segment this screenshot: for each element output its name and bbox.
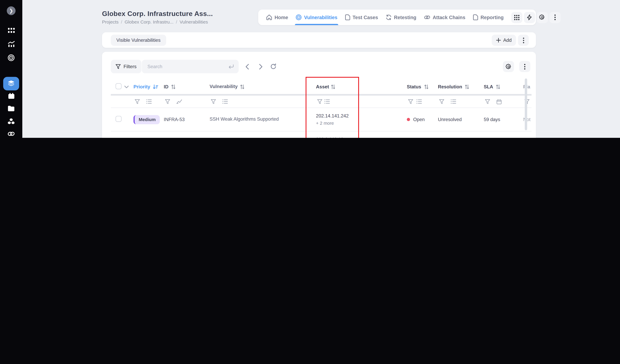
file-icon xyxy=(473,14,478,20)
sla-label: 59 days xyxy=(483,117,522,122)
column-header-resolution[interactable]: Resolution xyxy=(437,84,483,90)
table-row: Medium INFRA-50 SSL Certificate Signed U… xyxy=(111,132,531,138)
automations-button[interactable] xyxy=(524,12,535,23)
breadcrumb: Projects / Globex Corp. Infrastru... / V… xyxy=(102,19,208,24)
bullseye-icon xyxy=(8,54,15,61)
list-icon[interactable] xyxy=(146,99,152,104)
calendar-icon xyxy=(8,93,15,99)
list-icon[interactable] xyxy=(324,99,330,104)
tab-home[interactable]: Home xyxy=(266,10,288,25)
list-icon[interactable] xyxy=(416,99,422,104)
tab-attack-chains[interactable]: Attack Chains xyxy=(424,10,465,25)
sidebar-item-calendar[interactable] xyxy=(0,93,22,99)
asset-ip: 202.14.141.242 xyxy=(316,113,406,119)
sort-arrows-icon xyxy=(496,84,500,89)
vulnerability-title[interactable]: SSH Weak Algorithms Supported xyxy=(209,116,315,122)
sidebar-item-analytics[interactable] xyxy=(0,41,22,47)
apps-grid-icon xyxy=(8,28,15,33)
asset-filters xyxy=(315,99,406,104)
sidebar-item-projects-active[interactable] xyxy=(3,77,19,91)
tab-retesting-label: Retesting xyxy=(394,15,416,20)
table-settings-button[interactable] xyxy=(503,61,514,72)
search-input[interactable] xyxy=(147,63,228,70)
vulnerability-title[interactable]: SSL Certificate Signed Using Weak Hashin… xyxy=(209,137,315,138)
priority-badge: Medium xyxy=(134,115,160,124)
funnel-icon[interactable] xyxy=(485,99,490,104)
asset-cell: 202.14.141.242 + 2 more xyxy=(315,113,406,126)
tab-test-cases[interactable]: Test Cases xyxy=(345,10,378,25)
funnel-icon[interactable] xyxy=(165,99,170,104)
funnel-icon[interactable] xyxy=(135,99,140,104)
column-header-priority[interactable]: Priority xyxy=(133,84,163,90)
sort-arrows-icon xyxy=(331,84,335,89)
table-body: Medium INFRA-53 SSH Weak Algorithms Supp… xyxy=(111,108,531,138)
folder-icon xyxy=(8,106,15,112)
resolution-label: Unresolved xyxy=(437,117,483,122)
tab-retesting[interactable]: Retesting xyxy=(386,10,416,25)
sidebar-item-files[interactable] xyxy=(0,106,22,112)
sidebar-item-apps[interactable] xyxy=(0,28,22,33)
vertical-scrollbar-thumb[interactable] xyxy=(525,78,527,130)
list-icon[interactable] xyxy=(450,99,456,104)
expand-all-control[interactable] xyxy=(124,86,133,88)
settings-button[interactable] xyxy=(537,12,548,23)
column-header-status[interactable]: Status xyxy=(406,84,437,90)
table: Priority ID Vulnerability Asset Status xyxy=(111,80,531,138)
chevron-right-icon xyxy=(259,63,263,70)
file-icon xyxy=(345,14,350,20)
funnel-icon[interactable] xyxy=(317,99,322,104)
row-id: INFRA-53 xyxy=(163,117,209,122)
column-header-sla[interactable]: SLA xyxy=(483,84,522,90)
breadcrumb-projects[interactable]: Projects xyxy=(102,19,119,24)
column-label: Vulnerability xyxy=(210,84,238,90)
funnel-icon[interactable] xyxy=(408,99,413,104)
filters-button-label: Filters xyxy=(124,64,137,69)
next-page-arrow[interactable] xyxy=(256,62,265,71)
asset-ip: 203.0.149.18 xyxy=(316,136,406,138)
breadcrumb-separator: / xyxy=(121,19,122,24)
breadcrumb-project-name[interactable]: Globex Corp. Infrastru... xyxy=(124,19,173,24)
sidebar-expand-button[interactable]: ❯ xyxy=(0,6,22,15)
header-divider xyxy=(111,94,531,96)
column-header-vulnerability[interactable]: Vulnerability xyxy=(209,84,315,90)
more-menu-button[interactable] xyxy=(549,12,560,23)
nav-actions xyxy=(511,12,561,23)
analytics-icon xyxy=(8,41,15,47)
asset-more-link[interactable]: + 2 more xyxy=(316,121,406,126)
add-button[interactable]: Add xyxy=(492,35,516,46)
column-label: SLA xyxy=(484,84,493,90)
kebab-icon xyxy=(523,37,524,43)
gear-icon xyxy=(539,14,545,20)
breadcrumb-separator: / xyxy=(176,19,177,24)
sidebar-item-integrations[interactable] xyxy=(0,131,22,136)
funnel-icon[interactable] xyxy=(439,99,444,104)
column-header-asset[interactable]: Asset xyxy=(315,84,406,90)
breadcrumb-current: Vulnerabilities xyxy=(180,19,208,24)
toolbar-more-button[interactable] xyxy=(518,35,529,46)
funnel-icon[interactable] xyxy=(211,99,216,104)
trend-icon[interactable] xyxy=(176,99,182,104)
refresh-table-button[interactable] xyxy=(268,62,278,71)
sidebar-item-modules[interactable] xyxy=(0,118,22,124)
view-tab-visible-vulnerabilities[interactable]: Visible Vulnerabilities xyxy=(111,35,166,46)
tab-reporting[interactable]: Reporting xyxy=(473,10,504,25)
calendar-icon[interactable] xyxy=(496,99,502,104)
row-checkbox[interactable] xyxy=(116,116,122,122)
column-filter-row xyxy=(111,96,531,108)
select-all-checkbox[interactable] xyxy=(116,83,122,89)
column-header-id[interactable]: ID xyxy=(163,84,209,90)
apps-grid-button[interactable] xyxy=(511,12,522,23)
asset-cell: 203.0.149.18 + 2 more xyxy=(315,136,406,138)
column-label: ID xyxy=(164,84,169,90)
table-more-button[interactable] xyxy=(519,61,530,72)
tab-vulnerabilities[interactable]: Vulnerabilities xyxy=(296,10,337,25)
cubes-icon xyxy=(8,118,15,124)
layers-icon xyxy=(8,80,15,87)
sidebar-item-findings[interactable] xyxy=(0,54,22,61)
previous-page-arrow[interactable] xyxy=(242,62,252,71)
refresh-icon xyxy=(270,63,277,70)
list-icon[interactable] xyxy=(222,99,228,104)
vulnerability-filters xyxy=(209,99,315,104)
home-icon xyxy=(266,14,272,20)
filters-button[interactable]: Filters xyxy=(111,60,141,73)
